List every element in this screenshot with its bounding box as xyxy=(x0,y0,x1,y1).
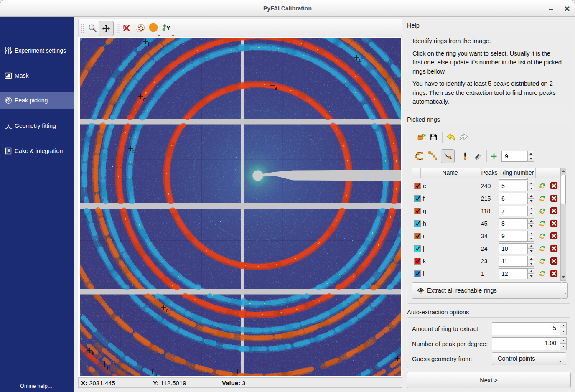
svg-text:a: a xyxy=(274,85,277,91)
svg-text:h: h xyxy=(154,372,157,376)
svg-text:j: j xyxy=(107,364,108,370)
svg-text:e: e xyxy=(166,308,169,313)
svg-text:b: b xyxy=(132,148,135,154)
svg-text:k: k xyxy=(92,350,95,356)
svg-text:0: 0 xyxy=(163,28,164,31)
svg-text:c: c xyxy=(143,97,145,102)
svg-text:d: d xyxy=(359,57,362,63)
svg-text:Y: Y xyxy=(166,25,170,31)
